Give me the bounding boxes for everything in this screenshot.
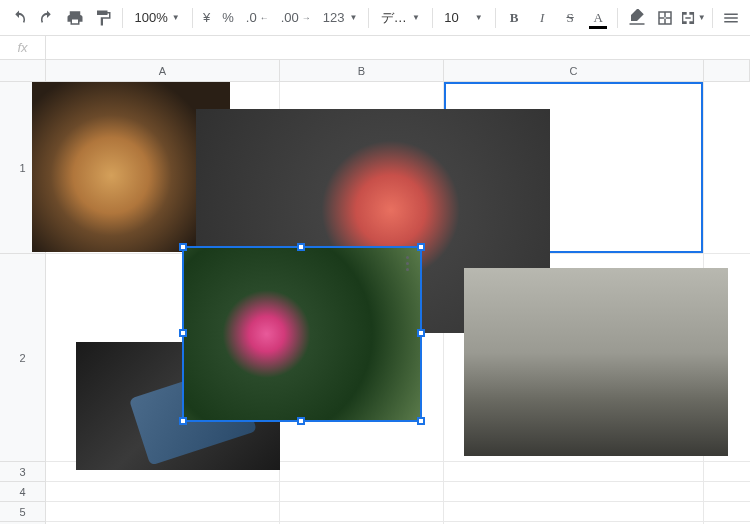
- more-button[interactable]: [718, 5, 744, 31]
- chevron-down-icon: ▼: [475, 13, 483, 22]
- more-formats-button[interactable]: 123▼: [318, 10, 363, 25]
- resize-handle-bm[interactable]: [297, 417, 305, 425]
- resize-handle-mr[interactable]: [417, 329, 425, 337]
- italic-button[interactable]: I: [529, 5, 555, 31]
- cells-area[interactable]: [46, 82, 750, 524]
- column-header-A[interactable]: A: [46, 60, 280, 82]
- undo-button[interactable]: [6, 5, 32, 31]
- percent-button[interactable]: %: [217, 10, 239, 25]
- select-all-corner[interactable]: [0, 60, 46, 82]
- resize-handle-br[interactable]: [417, 417, 425, 425]
- increase-decimal-button[interactable]: .00→: [276, 10, 316, 25]
- resize-handle-tl[interactable]: [179, 243, 187, 251]
- column-header-D[interactable]: [704, 60, 750, 82]
- decrease-decimal-button[interactable]: .0←: [241, 10, 274, 25]
- strikethrough-button[interactable]: S: [557, 5, 583, 31]
- column-header-B[interactable]: B: [280, 60, 444, 82]
- resize-handle-bl[interactable]: [179, 417, 187, 425]
- font-size-select[interactable]: 10▼: [438, 10, 488, 25]
- text-color-button[interactable]: A: [585, 5, 611, 31]
- currency-button[interactable]: ¥: [198, 10, 215, 25]
- chevron-down-icon: ▼: [412, 13, 420, 22]
- paint-format-button[interactable]: [90, 5, 116, 31]
- zoom-select[interactable]: 100%▼: [128, 10, 185, 25]
- column-header-C[interactable]: C: [444, 60, 704, 82]
- toolbar: 100%▼ ¥ % .0← .00→ 123▼ デフォルト…▼ 10▼ B I …: [0, 0, 750, 36]
- redo-button[interactable]: [34, 5, 60, 31]
- fx-label: fx: [0, 36, 46, 59]
- resize-handle-tr[interactable]: [417, 243, 425, 251]
- image-roses-selected[interactable]: [184, 248, 420, 420]
- row-header-3[interactable]: 3: [0, 462, 46, 482]
- row-header-4[interactable]: 4: [0, 482, 46, 502]
- resize-handle-tm[interactable]: [297, 243, 305, 251]
- bold-button[interactable]: B: [501, 5, 527, 31]
- row-header-2[interactable]: 2: [0, 254, 46, 462]
- formula-bar: fx: [0, 36, 750, 60]
- image-options-button[interactable]: [400, 254, 414, 272]
- chevron-down-icon: ▼: [172, 13, 180, 22]
- row-header-5[interactable]: 5: [0, 502, 46, 522]
- borders-button[interactable]: [652, 5, 678, 31]
- font-select[interactable]: デフォルト…▼: [375, 9, 426, 27]
- chevron-down-icon: ▼: [698, 13, 706, 22]
- image-dome[interactable]: [464, 268, 728, 456]
- spreadsheet-grid: A B C 1 2 3 4 5 6: [0, 60, 750, 524]
- chevron-down-icon: ▼: [349, 13, 357, 22]
- fill-color-button[interactable]: [624, 5, 650, 31]
- merge-cells-button[interactable]: ▼: [680, 5, 706, 31]
- column-headers: A B C: [46, 60, 750, 82]
- print-button[interactable]: [62, 5, 88, 31]
- resize-handle-ml[interactable]: [179, 329, 187, 337]
